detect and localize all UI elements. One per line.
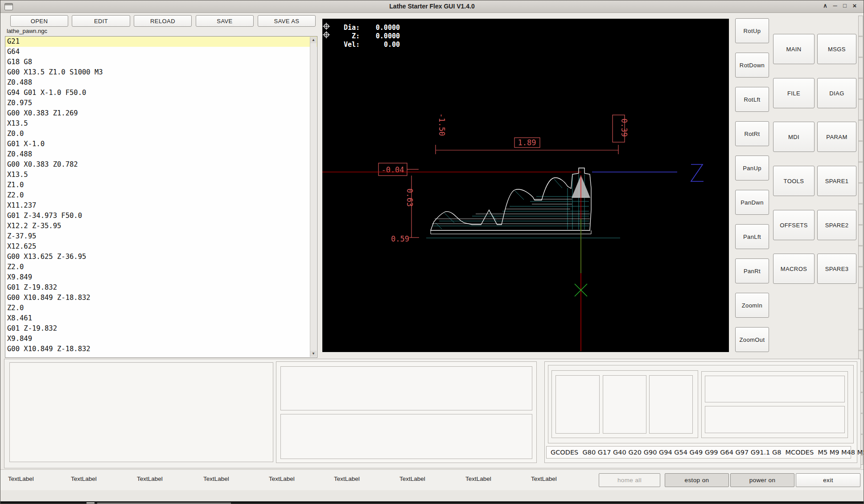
scroll-down-icon[interactable]: ▼ — [310, 351, 317, 357]
gcode-line[interactable]: Z-37.95 — [5, 231, 317, 242]
title-bar: Lathe Starter Flex GUI V1.4.0 ∧ ─ □ × — [0, 0, 864, 13]
app-window: Lathe Starter Flex GUI V1.4.0 ∧ ─ □ × OP… — [0, 0, 864, 504]
panrt-button[interactable]: PanRt — [735, 258, 769, 283]
estop-button[interactable]: estop on — [665, 473, 729, 487]
status-label-9: TextLabel — [531, 475, 557, 482]
window-bottom-edge — [0, 490, 864, 501]
gcode-line[interactable]: X11.237 — [5, 201, 317, 211]
feed-box-bottom — [705, 406, 845, 433]
bottom-left-panel — [9, 362, 273, 462]
dim-right-ext-label: 0.39 — [620, 119, 629, 137]
gcode-line[interactable]: Z2.0 — [5, 190, 317, 201]
zoomout-button[interactable]: ZoomOut — [735, 327, 769, 352]
open-button[interactable]: OPEN — [10, 15, 68, 27]
gcode-line[interactable]: G01 Z-19.832 — [5, 324, 317, 334]
spindle-box-2 — [603, 375, 646, 434]
tab-offsets-button[interactable]: OFFSETS — [773, 210, 815, 240]
dro-z-value: 0.0000 — [376, 32, 400, 40]
dro-vel-value: 0.00 — [384, 41, 400, 49]
rotrt-button[interactable]: RotRt — [735, 121, 769, 146]
tab-param-button[interactable]: PARAM — [817, 122, 856, 152]
gcode-list[interactable]: G21 G64 G18 G8 G00 X13.5 Z1.0 S1000 M3 Z… — [5, 36, 317, 358]
tab-spare2-button[interactable]: SPARE2 — [817, 210, 856, 240]
z-axis-label-glyph — [691, 164, 704, 181]
tab-file-button[interactable]: FILE — [773, 78, 815, 108]
gcode-line[interactable]: G00 X10.849 Z-18.832 — [5, 344, 317, 354]
gcode-line-current[interactable]: G21 — [5, 37, 317, 47]
tab-msgs-button[interactable]: MSGS — [817, 34, 856, 64]
gcode-line[interactable]: Z0.488 — [5, 78, 317, 88]
status-label-2: TextLabel — [71, 475, 97, 482]
status-label-5: TextLabel — [269, 475, 295, 482]
tab-spare3-button[interactable]: SPARE3 — [817, 254, 856, 284]
panlft-button[interactable]: PanLft — [735, 224, 769, 249]
gcode-scrollbar[interactable]: ▲ ▼ — [310, 37, 317, 357]
tab-mdi-button[interactable]: MDI — [773, 122, 815, 152]
tab-diag-button[interactable]: DIAG — [817, 78, 856, 108]
dro-dia-label: Dia: — [344, 24, 360, 32]
status-label-6: TextLabel — [334, 475, 360, 482]
gcode-line[interactable]: X8.461 — [5, 313, 317, 324]
zoomin-button[interactable]: ZoomIn — [735, 293, 769, 318]
save-button[interactable]: SAVE — [196, 15, 254, 27]
gcode-line[interactable]: G01 Z-19.832 — [5, 283, 317, 293]
dro-vel-label: Vel: — [344, 41, 360, 49]
edit-button[interactable]: EDIT — [72, 15, 130, 27]
tab-spare1-button[interactable]: SPARE1 — [817, 166, 856, 196]
pandwn-button[interactable]: PanDwn — [735, 190, 769, 215]
gcode-line[interactable]: Z2.0 — [5, 303, 317, 313]
gcode-line[interactable]: Z0.0 — [5, 129, 317, 139]
gcode-line[interactable]: G64 — [5, 47, 317, 57]
backplot-view[interactable]: Dia: 0.0000 Z: 0.0000 Vel: 0.00 -1.50 1.… — [322, 19, 729, 352]
gcode-line[interactable]: G94 G01 X-1.0 F50.0 — [5, 88, 317, 98]
rotup-button[interactable]: RotUp — [735, 18, 769, 43]
gcode-line[interactable]: X9.849 — [5, 272, 317, 283]
gcode-line[interactable]: G00 X0.383 Z1.269 — [5, 108, 317, 119]
close-button[interactable]: × — [850, 1, 859, 10]
scroll-up-icon[interactable]: ▲ — [310, 37, 317, 43]
status-label-8: TextLabel — [465, 475, 491, 482]
tab-tools-button[interactable]: TOOLS — [773, 166, 815, 196]
minimize-button[interactable]: ─ — [831, 1, 839, 10]
reload-button[interactable]: RELOAD — [134, 15, 192, 27]
gcode-filename: lathe_pawn.ngc — [7, 28, 47, 34]
gcode-line[interactable]: Z2.0 — [5, 262, 317, 272]
gcode-line[interactable]: X13.5 — [5, 119, 317, 129]
gcode-line[interactable]: G00 X13.625 Z-36.95 — [5, 252, 317, 262]
status-label-7: TextLabel — [399, 475, 425, 482]
status-label-1: TextLabel — [8, 475, 34, 482]
rotdown-button[interactable]: RotDown — [735, 53, 769, 78]
spindle-box-1 — [555, 375, 600, 434]
power-button[interactable]: power on — [730, 473, 794, 487]
exit-button[interactable]: exit — [796, 473, 860, 487]
gcode-line[interactable]: G00 X0.383 Z0.782 — [5, 160, 317, 170]
maximize-button[interactable]: □ — [840, 1, 849, 10]
gcode-line[interactable]: G01 Z-34.973 F50.0 — [5, 211, 317, 221]
gcode-line[interactable]: G18 G8 — [5, 57, 317, 67]
rotlft-button[interactable]: RotLft — [735, 87, 769, 112]
gcode-line[interactable]: G00 X13.5 Z1.0 S1000 M3 — [5, 67, 317, 78]
toolpath-hatch — [433, 174, 589, 229]
middle-bottom-box — [280, 414, 532, 459]
dro-z-label: Z: — [352, 32, 360, 40]
gcode-line[interactable]: X12.2 Z-35.95 — [5, 221, 317, 231]
gcode-line[interactable]: G00 X10.849 Z-18.832 — [5, 293, 317, 303]
gcode-line[interactable]: Z1.0 — [5, 180, 317, 190]
shade-button[interactable]: ∧ — [821, 1, 830, 10]
panup-button[interactable]: PanUp — [735, 156, 769, 180]
dimension-lines — [379, 115, 625, 238]
gcode-line[interactable]: X13.5 — [5, 170, 317, 180]
gcode-line[interactable]: X9.849 — [5, 334, 317, 344]
gcode-line[interactable]: G01 X-1.0 — [5, 139, 317, 149]
save-as-button[interactable]: SAVE AS — [258, 15, 316, 27]
gcode-line[interactable]: X12.625 — [5, 242, 317, 252]
gcode-line[interactable]: Z0.975 — [5, 98, 317, 108]
dro-dia-value: 0.0000 — [376, 24, 400, 32]
window-title: Lathe Starter Flex GUI V1.4.0 — [0, 3, 864, 10]
tab-macros-button[interactable]: MACROS — [773, 254, 815, 284]
active-codes-bar: GCODES G80 G17 G40 G20 G90 G94 G54 G49 G… — [546, 446, 851, 459]
home-all-button[interactable]: home all — [599, 473, 660, 487]
tab-main-button[interactable]: MAIN — [773, 34, 815, 64]
stock-outline — [431, 230, 591, 234]
gcode-line[interactable]: Z0.488 — [5, 149, 317, 160]
